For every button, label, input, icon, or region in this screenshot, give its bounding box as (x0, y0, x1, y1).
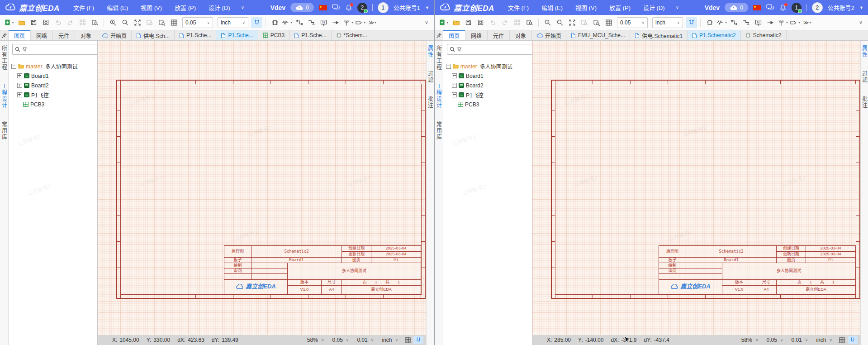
doc-tab-schematic[interactable]: 供电.Sch... (132, 30, 175, 40)
expand-expander-icon[interactable] (17, 92, 22, 97)
doc-tab-home[interactable]: 开始页 (532, 30, 566, 40)
doc-tab-schematic[interactable]: FMU_MCU_Sche... (566, 30, 630, 40)
schematic-canvas[interactable]: 公共账号1 公共账号1 公共账号1 公共账号1 公共账号1 原理图 (98, 41, 426, 335)
menu-view[interactable]: 视图 (V) (569, 3, 603, 12)
place-net-flag-button[interactable] (765, 17, 776, 28)
clone-button[interactable] (77, 17, 88, 28)
zoom-out-button[interactable] (119, 17, 131, 28)
grid-settings-button[interactable] (603, 17, 614, 28)
dock-tab-all-projects[interactable]: 所有工程 (0, 45, 8, 71)
grid-size-select[interactable]: 0.05∨ (182, 17, 213, 28)
menu-design[interactable]: 设计 (D) (637, 3, 671, 12)
menu-file[interactable]: 文件 (F) (502, 3, 535, 12)
place-bus-button[interactable] (740, 17, 752, 28)
snap-magnet-status-icon[interactable] (413, 336, 423, 344)
undo-button[interactable] (487, 17, 498, 28)
menu-edit[interactable]: 编辑 (E) (100, 3, 134, 12)
search-input[interactable] (29, 46, 98, 53)
grid-size-status-select[interactable]: 0.05∨ (763, 337, 787, 343)
notifications-button[interactable] (779, 4, 787, 11)
dock-tab-annotations[interactable]: 批注 (427, 96, 434, 109)
panel-tab-sheets[interactable]: 图页 (9, 30, 31, 40)
expand-expander-icon[interactable] (452, 83, 457, 88)
expand-expander-icon[interactable] (452, 92, 457, 97)
dock-tab-properties[interactable]: 属性 (427, 45, 434, 58)
find-similar-button[interactable] (89, 17, 100, 28)
account-menu-caret-icon[interactable]: ▼ (425, 5, 429, 10)
find-similar-button[interactable] (524, 17, 535, 28)
tree-item-board[interactable]: P1飞控 (11, 90, 95, 100)
expand-expander-icon[interactable] (17, 73, 22, 78)
collapse-expander-icon[interactable] (11, 64, 16, 69)
clone-button[interactable] (512, 17, 523, 28)
panel-tab-nets[interactable]: 网络 (465, 30, 488, 40)
snap-magnet-toggle[interactable] (686, 17, 697, 28)
expand-expander-icon[interactable] (17, 83, 22, 88)
zoom-selection-button[interactable] (144, 17, 155, 28)
account-name[interactable]: 公共账号1 (394, 3, 420, 12)
zoom-fit-button[interactable] (132, 17, 143, 28)
zoom-in-button[interactable] (107, 17, 119, 28)
account-avatar[interactable]: 1 (378, 2, 389, 13)
grid-size-status-select[interactable]: 0.05∨ (328, 337, 352, 343)
zoom-level-select[interactable]: 58%∨ (304, 337, 328, 343)
collapse-expander-icon[interactable] (446, 64, 451, 69)
notifications-button[interactable] (345, 4, 352, 11)
language-flag-icon[interactable] (319, 5, 327, 10)
panel-tab-objects[interactable]: 对象 (510, 30, 532, 40)
dock-tab-project-design[interactable]: 工程设计 (435, 83, 443, 109)
save-button[interactable] (463, 17, 474, 28)
place-net-label-button[interactable]: N (318, 17, 329, 28)
filter-funnel-icon[interactable] (457, 47, 462, 52)
collapse-toolbar-icon[interactable]: ∨ (425, 19, 430, 25)
panel-pin-icon[interactable] (0, 30, 9, 40)
place-component-button[interactable] (704, 17, 715, 28)
panel-tab-nets[interactable]: 网络 (31, 30, 53, 40)
menu-file[interactable]: 文件 (F) (67, 3, 100, 12)
schematic-canvas[interactable]: 公共账号2 公共账号2 公共账号2 公共账号2 公共账号2 原理图 (532, 41, 860, 335)
tree-item-board[interactable]: Board1 (11, 71, 95, 81)
feedback-chat-icon[interactable] (766, 4, 774, 11)
grid-size-select[interactable]: 0.05∨ (617, 17, 648, 28)
save-as-button[interactable] (40, 17, 52, 28)
unit-select[interactable]: inch∨ (218, 17, 248, 28)
tree-item-board[interactable]: P1飞控 (446, 90, 530, 100)
zoom-selection-button[interactable] (579, 17, 590, 28)
more-placements-button[interactable]: ≫▾ (802, 17, 813, 28)
zoom-out-button[interactable] (554, 17, 565, 28)
menu-place[interactable]: 放置 (P) (168, 3, 202, 12)
panel-tab-objects[interactable]: 对象 (75, 30, 97, 40)
zoom-area-button[interactable] (156, 17, 167, 28)
place-component-button[interactable] (269, 17, 280, 28)
doc-tab-schematic-active[interactable]: P1.Schematic2 (688, 30, 741, 40)
filter-funnel-icon[interactable] (22, 47, 27, 52)
dock-tab-common-library[interactable]: 常用库 (0, 121, 8, 140)
dock-tab-filter[interactable]: 过滤 (427, 71, 434, 83)
account-name[interactable]: 公共账号2 (828, 3, 854, 12)
doc-tab-symbol[interactable]: Schematic2 (741, 30, 787, 40)
save-as-button[interactable] (475, 17, 486, 28)
doc-tab-home[interactable]: 开始页 (97, 30, 132, 40)
search-input[interactable] (464, 46, 532, 53)
place-net-label-button[interactable]: N (753, 17, 764, 28)
unit-status-select[interactable]: inch∨ (378, 337, 402, 343)
panel-tab-components[interactable]: 元件 (488, 30, 510, 40)
tree-item-board[interactable]: Board2 (446, 81, 530, 90)
doc-tab-schematic[interactable]: P1.Sche... (175, 30, 216, 40)
place-net-port-button[interactable]: ▾ (789, 17, 801, 28)
search-box[interactable] (12, 44, 98, 55)
redo-button[interactable] (499, 17, 511, 28)
new-document-button[interactable]: ▾ (4, 17, 15, 28)
place-wire-button[interactable] (294, 17, 305, 28)
grid-toggle-icon[interactable] (403, 336, 413, 344)
doc-tab-schematic[interactable]: P1.Sche... (289, 30, 331, 40)
open-project-button[interactable] (451, 17, 462, 28)
feedback-chat-icon[interactable] (332, 4, 340, 11)
cloud-sync-button[interactable]: 0 (290, 3, 314, 12)
dock-tab-properties[interactable]: 属性 (861, 45, 868, 58)
snap-magnet-status-icon[interactable] (848, 336, 858, 344)
dock-tab-annotations[interactable]: 批注 (861, 96, 868, 109)
place-wire-button[interactable] (728, 17, 740, 28)
doc-tab-schematic[interactable]: 供电.Schematic1 (630, 30, 688, 40)
zoom-in-button[interactable] (542, 17, 553, 28)
